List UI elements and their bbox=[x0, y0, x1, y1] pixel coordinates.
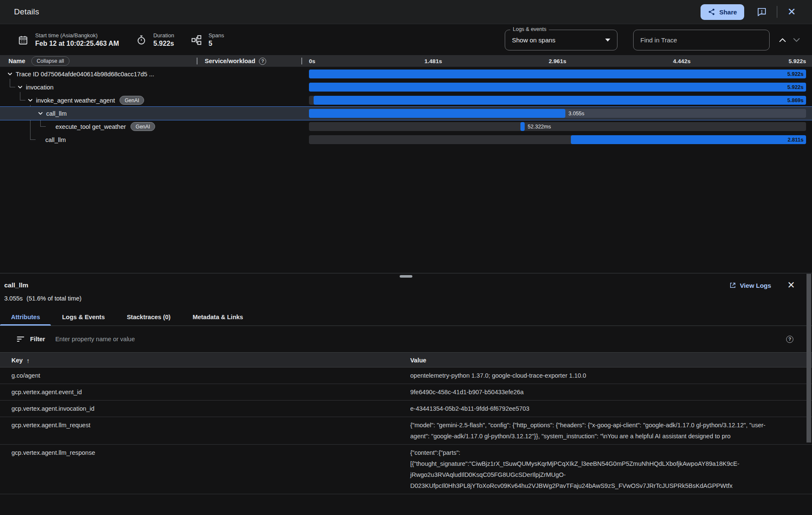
top-bar: Details Share ✕ bbox=[0, 0, 812, 24]
close-panel-button[interactable]: ✕ bbox=[787, 280, 795, 291]
trace-span-row[interactable]: invoke_agent weather_agentGenAI5.869s bbox=[0, 94, 812, 107]
attribute-value: {"content":{"parts": [{"thought_signatur… bbox=[410, 445, 776, 494]
service-column-header: Service/workload bbox=[205, 58, 255, 64]
spans-icon bbox=[191, 35, 202, 45]
axis-tick: 4.442s bbox=[673, 55, 690, 67]
trace-span-row[interactable]: invocation5.922s bbox=[0, 81, 812, 94]
attribute-row: gcp.vertex.agent.event_id9fe6490c-458c-4… bbox=[0, 384, 812, 401]
span-bar-cell: 5.922s bbox=[309, 67, 806, 81]
attribute-key: gcp.vertex.agent.llm_request bbox=[11, 420, 90, 431]
attribute-value: opentelemetry-python 1.37.0; google-clou… bbox=[410, 367, 776, 384]
find-in-trace-input[interactable] bbox=[633, 30, 770, 50]
attribute-filter-input[interactable] bbox=[55, 336, 786, 342]
attribute-value: e-43441354-05b2-4b11-9fdd-6f6792ee5703 bbox=[410, 401, 776, 417]
genai-badge: GenAI bbox=[120, 96, 144, 105]
share-button-label: Share bbox=[719, 8, 737, 16]
stat-label: Start time (Asia/Bangkok) bbox=[35, 32, 119, 39]
close-icon: ✕ bbox=[787, 280, 795, 291]
span-rows-area: Trace ID 0d75064afde040614b98d68c0acc17d… bbox=[0, 67, 812, 148]
span-duration-percent: (51.6% of total time) bbox=[27, 295, 82, 302]
tab-attributes[interactable]: Attributes bbox=[0, 308, 51, 326]
stat-stopwatch: Duration5.922s bbox=[136, 32, 174, 48]
span-duration-bar: 5.922s bbox=[309, 70, 806, 78]
name-column-header: Name bbox=[8, 58, 25, 64]
expand-chevron-icon[interactable] bbox=[28, 98, 36, 102]
stat-label: Spans bbox=[209, 32, 224, 39]
trace-span-row[interactable]: Trace ID 0d75064afde040614b98d68c0acc17d… bbox=[0, 67, 812, 81]
trace-span-row[interactable]: call_llm2.811s bbox=[0, 133, 812, 146]
close-icon: ✕ bbox=[787, 7, 796, 17]
trace-span-row[interactable]: execute_tool get_weatherGenAI52.322ms bbox=[0, 120, 812, 133]
panel-scrollbar-thumb[interactable] bbox=[806, 274, 811, 443]
span-name: call_llm bbox=[46, 110, 67, 117]
span-title: call_llm bbox=[4, 281, 28, 289]
span-bar-cell: 5.869s bbox=[309, 94, 806, 107]
attribute-row: gcp.vertex.agent.invocation_ide-43441354… bbox=[0, 401, 812, 417]
dropdown-caret-icon bbox=[605, 39, 610, 42]
expand-chevron-icon[interactable] bbox=[38, 111, 46, 115]
view-logs-label: View Logs bbox=[740, 282, 771, 289]
attribute-row: g.co/agentopentelemetry-python 1.37.0; g… bbox=[0, 367, 812, 384]
span-duration-label: 5.922s bbox=[787, 71, 806, 77]
filter-label: Filter bbox=[30, 336, 45, 342]
trace-span-row[interactable]: call_llm3.055s bbox=[0, 106, 812, 120]
span-duration-label: 3.055s bbox=[568, 109, 584, 118]
panel-resize-handle[interactable] bbox=[400, 275, 412, 278]
stat-value: 5.922s bbox=[153, 39, 174, 48]
stat-spans: Spans5 bbox=[191, 32, 224, 48]
view-logs-button[interactable]: View Logs bbox=[729, 282, 771, 289]
attribute-key: gcp.vertex.agent.event_id bbox=[11, 387, 82, 398]
attribute-key: gcp.vertex.agent.invocation_id bbox=[11, 403, 95, 414]
sort-ascending-icon: ↑ bbox=[27, 357, 30, 364]
close-details-button[interactable]: ✕ bbox=[787, 7, 796, 17]
feedback-icon bbox=[757, 7, 767, 17]
key-column-sort[interactable]: Key ↑ bbox=[11, 353, 30, 368]
span-name: Trace ID 0d75064afde040614b98d68c0acc17d… bbox=[16, 71, 154, 78]
stat-calendar: Start time (Asia/Bangkok)Feb 12 at 10:02… bbox=[18, 32, 119, 48]
span-name: invoke_agent weather_agent bbox=[36, 97, 115, 104]
span-duration-label: 2.811s bbox=[787, 137, 806, 143]
span-name: execute_tool get_weather bbox=[56, 123, 126, 130]
tab-stacktraces-0[interactable]: Stacktraces (0) bbox=[116, 308, 181, 326]
stopwatch-icon bbox=[136, 35, 147, 45]
collapse-all-button[interactable]: Collapse all bbox=[31, 56, 70, 66]
stat-label: Duration bbox=[153, 32, 174, 39]
chevron-up-icon bbox=[779, 38, 786, 42]
feedback-button[interactable] bbox=[757, 7, 767, 17]
axis-tick: 2.961s bbox=[549, 55, 566, 67]
open-in-new-icon bbox=[729, 282, 736, 289]
attribute-row: gcp.vertex.agent.llm_request{"model": "g… bbox=[0, 417, 812, 445]
span-bar-track bbox=[309, 122, 806, 131]
span-duration-bar: 5.869s bbox=[314, 96, 806, 105]
span-duration-label: 5.869s bbox=[787, 97, 806, 103]
calendar-icon bbox=[18, 35, 28, 45]
value-column-header: Value bbox=[410, 353, 426, 368]
span-duration-label: 5.922s bbox=[787, 84, 806, 90]
share-button[interactable]: Share bbox=[701, 4, 744, 20]
expand-chevron-icon[interactable] bbox=[7, 72, 16, 76]
header-divider bbox=[777, 6, 777, 18]
tab-logs-events[interactable]: Logs & Events bbox=[51, 308, 116, 326]
span-duration: 3.055s bbox=[4, 295, 23, 302]
tab-metadata-links[interactable]: Metadata & Links bbox=[181, 308, 254, 326]
filter-help-icon[interactable]: ? bbox=[786, 336, 793, 343]
find-previous-button[interactable] bbox=[776, 34, 790, 46]
trace-stats: Start time (Asia/Bangkok)Feb 12 at 10:02… bbox=[18, 32, 241, 48]
logs-events-legend: Logs & events bbox=[510, 26, 549, 32]
span-bar-cell: 52.322ms bbox=[309, 120, 806, 133]
trace-toolbar: Start time (Asia/Bangkok)Feb 12 at 10:02… bbox=[0, 25, 812, 55]
attribute-value: 9fe6490c-458c-41d1-b907-b50433efe26a bbox=[410, 384, 776, 400]
expand-chevron-icon[interactable] bbox=[17, 85, 26, 89]
filter-icon bbox=[17, 337, 24, 342]
service-help-icon[interactable]: ? bbox=[259, 58, 266, 65]
span-bar-cell: 3.055s bbox=[309, 107, 806, 120]
find-next-button[interactable] bbox=[790, 34, 804, 46]
toolbar-right: Logs & events Show on spans bbox=[505, 30, 804, 50]
tree-connector-line bbox=[20, 92, 25, 100]
span-duration-label: 52.322ms bbox=[528, 122, 551, 131]
attribute-row: gcp.vertex.agent.llm_response{"content":… bbox=[0, 445, 812, 494]
chevron-down-icon bbox=[793, 38, 800, 42]
logs-events-select[interactable]: Logs & events Show on spans bbox=[505, 30, 617, 50]
genai-badge: GenAI bbox=[131, 122, 155, 131]
axis-tick: 0s bbox=[309, 55, 315, 67]
